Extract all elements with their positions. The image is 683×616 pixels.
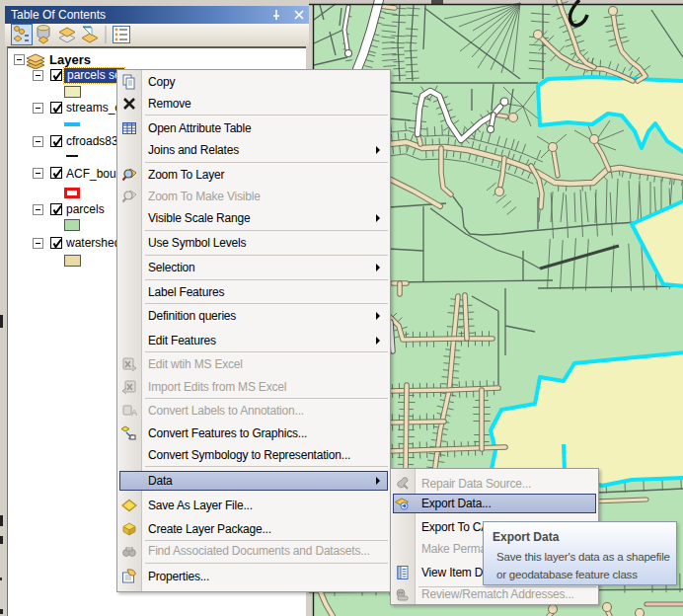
svg-text:A: A (131, 408, 137, 418)
